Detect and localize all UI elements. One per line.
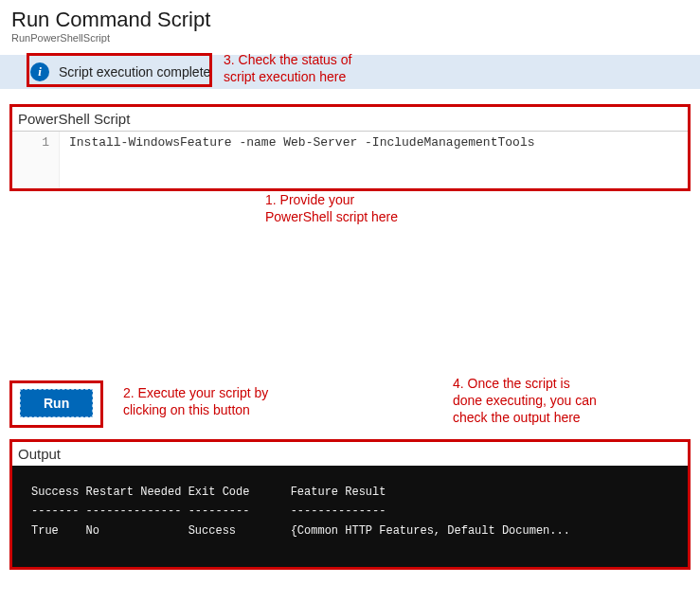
status-message: Script execution complete xyxy=(59,64,210,80)
annotation-box-output: Output Success Restart Needed Exit Code … xyxy=(9,439,691,570)
output-label: Output xyxy=(12,442,688,466)
page-title: Run Command Script xyxy=(11,8,689,32)
code-editor[interactable]: 1 Install-WindowsFeature -name Web-Serve… xyxy=(12,132,688,188)
page-subtitle: RunPowerShellScript xyxy=(11,32,689,44)
output-section: Output Success Restart Needed Exit Code … xyxy=(9,439,691,570)
annotation-box-run: Run xyxy=(9,380,103,428)
annotation-4: 4. Once the script is done executing, yo… xyxy=(453,375,597,427)
run-section: 4. Once the script is done executing, yo… xyxy=(9,380,691,428)
output-content: Success Restart Needed Exit Code Feature… xyxy=(12,466,688,567)
line-number: 1 xyxy=(12,132,60,188)
status-bar: i Script execution complete 3. Check the… xyxy=(0,55,700,89)
annotation-box-editor: PowerShell Script 1 Install-WindowsFeatu… xyxy=(9,104,691,191)
annotation-1: 1. Provide your PowerShell script here xyxy=(265,191,398,225)
info-icon: i xyxy=(30,62,49,81)
annotation-3: 3. Check the status of script execution … xyxy=(224,51,351,85)
editor-section: PowerShell Script 1 Install-WindowsFeatu… xyxy=(9,104,691,191)
page-header: Run Command Script RunPowerShellScript xyxy=(0,0,700,47)
editor-label: PowerShell Script xyxy=(12,107,688,132)
code-content[interactable]: Install-WindowsFeature -name Web-Server … xyxy=(60,132,688,188)
annotation-2: 2. Execute your script by clicking on th… xyxy=(123,384,268,418)
run-button[interactable]: Run xyxy=(20,389,93,417)
